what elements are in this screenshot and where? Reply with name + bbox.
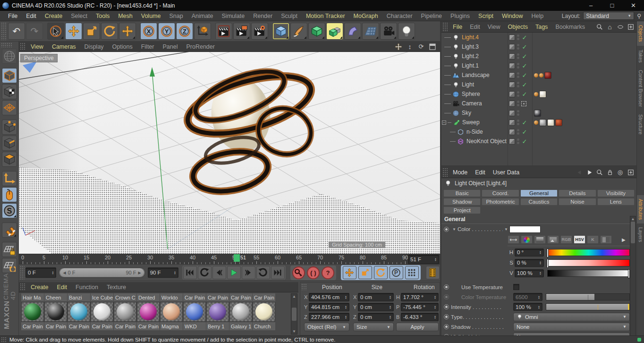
forward-icon[interactable] [585,169,593,176]
key-radio[interactable] [444,324,449,329]
caret-icon[interactable]: ▼ [452,227,456,232]
enabled-check-icon[interactable]: ✓ [521,138,528,145]
material-label[interactable]: Crown C [114,293,136,301]
scroll-up-icon[interactable]: ▲ [292,294,296,299]
target-icon[interactable]: ◎ [617,169,624,176]
color-mode-K-button[interactable]: K [587,235,599,244]
am-grip[interactable] [442,168,448,177]
object-menu-view[interactable]: View [484,24,504,30]
enabled-check-icon[interactable]: ✓ [521,43,528,51]
color-mode-compact-button[interactable]: ⟷ [508,235,519,244]
material-thumbnail-car-pain[interactable] [137,302,160,322]
current-frame-field[interactable]: 51 F ▲▼ [408,255,439,264]
lock-z-axis-button[interactable]: Z [176,23,193,40]
previous-frame-button[interactable] [212,266,226,279]
viewport-menu-options[interactable]: Options [108,43,137,50]
phong-tag-icon[interactable] [534,120,538,125]
object-row-light-2[interactable]: Light.2✓ [441,51,636,61]
object-menu-tags[interactable]: Tags [532,24,551,30]
material-label[interactable]: Dented [137,293,160,301]
search-icon[interactable] [596,23,603,30]
material-label[interactable]: Car Pain [21,322,44,330]
scale-tool-button[interactable] [83,23,100,40]
add-spline-pen-button[interactable] [290,23,307,40]
object-row-light[interactable]: Light✓ [441,80,636,89]
attribute-tab-visibility[interactable]: Visibility [597,189,635,197]
viewport-canvas[interactable]: Perspective Grid Spacing: 100 cm [19,52,440,254]
material-label[interactable]: WKD [183,322,206,330]
color-temperature-slider[interactable] [546,293,630,300]
layer-chip[interactable] [509,110,515,116]
material-thumbnail-wkd[interactable] [183,302,206,322]
spinner-icon[interactable]: ▲▼ [536,305,540,309]
material-label[interactable]: Magma [160,322,183,330]
lock-y-axis-button[interactable]: Y [158,23,175,40]
intensity-field[interactable]: 100 % ▲▼ [513,303,542,311]
scroll-down-icon[interactable]: ▼ [292,329,296,334]
material-label[interactable]: Berry 1 [206,322,229,330]
value-field[interactable]: 100 % ▲▼ [515,269,544,277]
play-forwards-button[interactable] [227,266,241,279]
material-thumbnail-car-pain[interactable] [114,302,136,322]
viewport-menu-view[interactable]: View [26,43,48,50]
object-row-camera[interactable]: Camera [441,99,636,108]
texture-mode-button[interactable] [2,84,17,99]
toolbar-grip[interactable] [1,22,7,40]
material-thumbnail-berry-1[interactable] [206,302,229,322]
undo-button[interactable]: ↶ [8,23,25,40]
material-thumbnail-car-pain[interactable] [68,302,90,322]
spinner-icon[interactable]: ▲▼ [388,315,391,319]
object-row-sweep[interactable]: −Sweep✓ [441,118,636,127]
goto-end-button[interactable] [271,266,285,279]
spinner-icon[interactable]: ▲▼ [343,315,347,319]
size-y-field[interactable]: 0 cm▲▼ [358,303,394,311]
material-label[interactable]: Car Pain [137,322,160,330]
play-loop-button[interactable] [256,266,270,279]
object-row-landscape[interactable]: Landscape✓ [441,70,636,80]
points-mode-button[interactable] [2,120,17,135]
viewport-menu-filter[interactable]: Filter [137,43,159,50]
object-row-n-side[interactable]: n-Side✓ [441,127,636,137]
add-panel-icon[interactable] [627,169,634,176]
eye-icon[interactable] [617,23,624,30]
back-icon[interactable] [575,169,582,176]
redo-button[interactable]: ↷ [26,23,43,40]
record-parameter-button[interactable]: P [390,266,403,279]
live-selection-button[interactable] [47,23,64,40]
layer-chip[interactable] [509,72,515,78]
enabled-check-icon[interactable]: ✓ [521,129,528,136]
material-tag-icon[interactable] [547,119,554,126]
visibility-dots[interactable] [517,110,519,116]
viewport-menu-prorender[interactable]: ProRender [182,43,219,50]
autokeying-button[interactable]: ( ) [307,266,320,279]
polygons-mode-button[interactable] [2,152,17,167]
phong-tag-icon[interactable] [534,73,538,77]
enabled-check-icon[interactable]: ✓ [521,72,528,79]
visibility-dots[interactable] [517,34,519,40]
collapse-icon[interactable]: − [442,120,446,125]
dock-tab-content-browser[interactable]: Content Browser [637,66,644,111]
lock-workplane-button[interactable] [2,242,17,257]
value-gradient-bar[interactable] [547,270,630,277]
maximize-button[interactable]: □ [602,0,623,11]
play-backwards-button[interactable] [198,266,212,279]
add-camera-button[interactable] [380,23,397,40]
scroll-up-icon[interactable]: ▲ [631,217,635,221]
dock-tab-objects[interactable]: Objects [637,21,644,46]
hue-gradient-bar[interactable] [547,249,630,256]
saturation-field[interactable]: 0 % ▲▼ [515,259,544,267]
layer-chip[interactable] [509,44,515,50]
key-radio[interactable] [444,284,449,290]
layer-chip[interactable] [509,138,515,145]
visibility-dots[interactable] [517,72,519,78]
material-label[interactable]: Car Pain [229,293,252,301]
attribute-tab-shadow[interactable]: Shadow [443,198,481,206]
spinner-icon[interactable]: ▲▼ [432,295,436,299]
spinner-icon[interactable]: ▲▼ [172,271,176,274]
layout-select[interactable]: Standard▼ [583,12,634,20]
visibility-dots[interactable] [517,82,519,87]
rotate-view-icon[interactable]: ⟳ [417,43,425,51]
material-label[interactable]: Cheen [44,293,67,301]
material-label[interactable]: Car Pain [68,322,90,330]
saturation-gradient-bar[interactable] [547,259,630,266]
